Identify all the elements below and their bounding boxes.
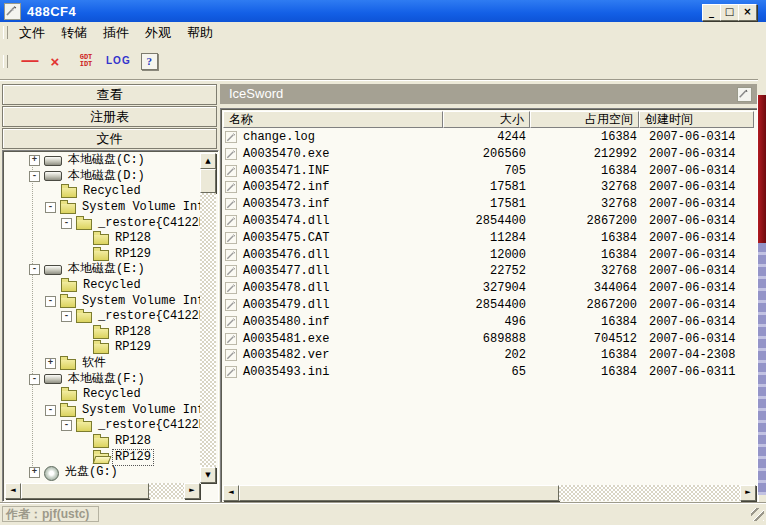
tree-item[interactable]: RP129 <box>5 340 200 356</box>
file-time: 14 <box>721 331 735 347</box>
file-space: 2867200 <box>533 297 637 313</box>
tree-node-icon <box>60 406 76 417</box>
file-row[interactable]: A0035471.INF 705 16384 2007-06-03 14 <box>223 163 756 180</box>
tree-item[interactable]: Recycled <box>5 278 200 294</box>
tree-item[interactable]: RP129 <box>5 247 200 263</box>
file-row[interactable]: A0035474.dll 2854400 2867200 2007-06-03 … <box>223 213 756 230</box>
tree-item[interactable]: RP128 <box>5 325 200 341</box>
file-name: A0035471.INF <box>243 163 329 179</box>
menu-dump[interactable]: 转储 <box>56 22 92 44</box>
list-hscroll-thumb[interactable] <box>239 485 559 501</box>
tree-expand-toggle[interactable]: - <box>45 296 56 307</box>
tree-hscroll-right-button[interactable]: ► <box>184 483 200 499</box>
file-size: 11284 <box>343 230 526 246</box>
tree-hscroll-thumb[interactable] <box>21 483 149 499</box>
file-date: 2007-06-03 <box>649 163 721 179</box>
file-row[interactable]: A0035472.inf 17581 32768 2007-06-03 14 <box>223 179 756 196</box>
tree-item[interactable]: - System Volume Inform <box>5 200 200 216</box>
tree-expand-toggle[interactable]: - <box>61 311 72 322</box>
tree-item[interactable]: RP128 <box>5 434 200 450</box>
tree-expand-toggle[interactable]: + <box>29 155 40 166</box>
tree-expand-toggle[interactable]: - <box>29 264 40 275</box>
list-hscroll-track[interactable] <box>559 485 740 501</box>
tree-item[interactable]: - _restore{C4122E88 <box>5 215 200 231</box>
tree-expand-toggle[interactable]: + <box>29 467 40 478</box>
file-row[interactable]: A0035478.dll 327904 344064 2007-06-03 14 <box>223 280 756 297</box>
toolbar-terminate-icon[interactable]: — <box>18 51 42 71</box>
file-row[interactable]: A0035476.dll 12000 16384 2007-06-03 14 <box>223 247 756 264</box>
file-row[interactable]: A0035470.exe 206560 212992 2007-06-03 14 <box>223 146 756 163</box>
tree-vscroll-down-button[interactable]: ▼ <box>200 467 216 483</box>
column-header-created[interactable]: 创建时间 <box>639 111 754 128</box>
tree-vscroll-track[interactable] <box>200 193 216 467</box>
column-header-name[interactable]: 名称 <box>223 111 443 128</box>
tree-item[interactable]: Recycled <box>5 184 200 200</box>
minimize-button[interactable]: _ <box>702 4 721 21</box>
toolbar-gdt-idt-button[interactable]: GDT IDT <box>74 54 98 68</box>
column-header-size[interactable]: 大小 <box>443 111 530 128</box>
tree-item[interactable]: - System Volume Inform <box>5 403 200 419</box>
menu-file[interactable]: 文件 <box>14 22 50 44</box>
tree-item[interactable]: Recycled <box>5 387 200 403</box>
list-hscroll-right-button[interactable]: ► <box>740 485 756 501</box>
tree-item[interactable]: RP129 <box>5 449 200 465</box>
tree-item[interactable]: + 光盘(G:) <box>5 465 200 481</box>
tree-expand-toggle[interactable]: - <box>45 202 56 213</box>
toolbar-delete-icon[interactable]: × <box>44 53 66 70</box>
tree-hscroll-track[interactable] <box>149 483 184 499</box>
file-row[interactable]: A0035479.dll 2854400 2867200 2007-06-03 … <box>223 297 756 314</box>
close-button[interactable]: × <box>738 4 757 21</box>
file-row[interactable]: A0035493.ini 65 16384 2007-06-03 11 <box>223 364 756 381</box>
toolbar-gripper[interactable] <box>3 55 8 68</box>
tree-item[interactable]: + 软件 <box>5 356 200 372</box>
tree-item-label: Recycled <box>81 278 143 293</box>
tree-expand-toggle[interactable]: - <box>61 420 72 431</box>
sidebar-button-view[interactable]: 查看 <box>2 84 217 105</box>
sidebar-button-files[interactable]: 文件 <box>2 128 217 149</box>
toolbar-log-button[interactable]: LOG <box>106 56 131 66</box>
file-row[interactable]: A0035473.inf 17581 32768 2007-06-03 14 <box>223 196 756 213</box>
tree-item[interactable]: - 本地磁盘(D:) <box>5 169 200 185</box>
file-space: 16384 <box>533 163 637 179</box>
tree-item[interactable]: - 本地磁盘(E:) <box>5 262 200 278</box>
tree-hscroll-left-button[interactable]: ◄ <box>5 483 21 499</box>
tree-node-icon <box>93 234 109 245</box>
file-space: 704512 <box>533 331 637 347</box>
toolbar-help-icon[interactable]: ? <box>141 53 158 70</box>
file-row[interactable]: A0035475.CAT 11284 16384 2007-06-03 14 <box>223 230 756 247</box>
tree-expand-toggle[interactable]: + <box>45 358 56 369</box>
menu-appearance[interactable]: 外观 <box>140 22 176 44</box>
tree-expand-toggle[interactable]: - <box>61 218 72 229</box>
file-row[interactable]: A0035482.ver 202 16384 2007-04-23 08 <box>223 347 756 364</box>
tree-item[interactable]: - 本地磁盘(F:) <box>5 371 200 387</box>
file-row[interactable]: A0035477.dll 22752 32768 2007-06-03 14 <box>223 263 756 280</box>
maximize-button[interactable]: □ <box>720 4 739 21</box>
tree-expand-toggle[interactable]: - <box>45 405 56 416</box>
tree-item[interactable]: RP128 <box>5 231 200 247</box>
file-name: A0035473.inf <box>243 196 329 212</box>
file-size: 17581 <box>343 196 526 212</box>
tree-item[interactable]: - _restore{C4122E88 <box>5 418 200 434</box>
tree-vscroll-up-button[interactable]: ▲ <box>200 153 216 169</box>
file-size: 17581 <box>343 179 526 195</box>
list-hscroll-left-button[interactable]: ◄ <box>223 485 239 501</box>
file-row[interactable]: change.log 4244 16384 2007-06-03 14 <box>223 129 756 146</box>
menu-help[interactable]: 帮助 <box>182 22 218 44</box>
file-date: 2007-06-03 <box>649 331 721 347</box>
tree-expand-toggle[interactable]: - <box>29 374 40 385</box>
file-row[interactable]: A0035481.exe 689888 704512 2007-06-03 14 <box>223 331 756 348</box>
tree-item[interactable]: - _restore{C4122E88 <box>5 309 200 325</box>
menubar-gripper[interactable] <box>3 26 8 39</box>
tree-node-icon <box>44 265 62 275</box>
column-header-space[interactable]: 占用空间 <box>530 111 639 128</box>
file-date: 2007-06-03 <box>649 247 721 263</box>
sidebar-button-registry[interactable]: 注册表 <box>2 106 217 127</box>
tree-vscroll-thumb[interactable] <box>200 169 216 193</box>
resize-grip[interactable] <box>751 508 764 521</box>
tree-item[interactable]: - System Volume Inform <box>5 293 200 309</box>
file-row[interactable]: A0035480.inf 496 16384 2007-06-03 14 <box>223 314 756 331</box>
titlebar[interactable]: 488CF4 <box>0 0 766 22</box>
menu-plugins[interactable]: 插件 <box>98 22 134 44</box>
tree-item[interactable]: + 本地磁盘(C:) <box>5 153 200 169</box>
tree-expand-toggle[interactable]: - <box>29 171 40 182</box>
